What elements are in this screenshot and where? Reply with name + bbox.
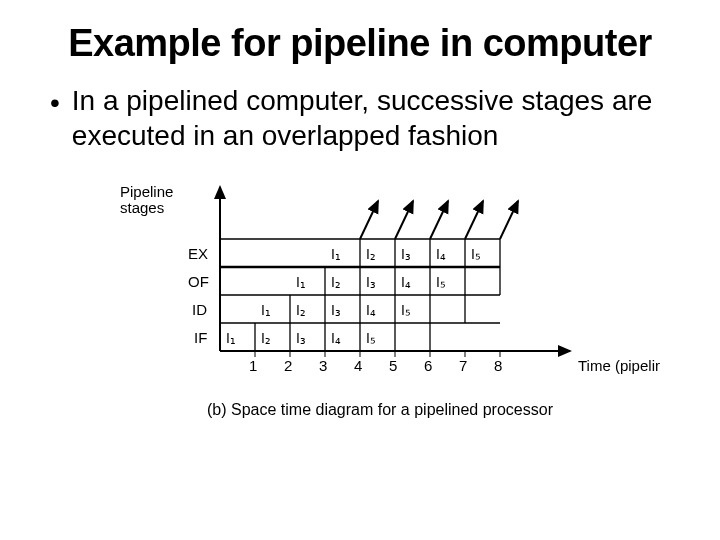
svg-line-17 bbox=[395, 201, 413, 239]
stage-label: ID bbox=[192, 301, 207, 318]
cell: I₃ bbox=[296, 330, 306, 346]
bullet-item: • In a pipelined computer, successive st… bbox=[50, 83, 680, 153]
svg-line-20 bbox=[500, 201, 518, 239]
cycle-label: 2 bbox=[284, 357, 292, 374]
cell: I₁ bbox=[296, 274, 306, 290]
pipeline-diagram: Pipeline stages Time (pipeline cycle) bbox=[100, 179, 660, 469]
cell: I₄ bbox=[401, 274, 411, 290]
stage-label: IF bbox=[194, 329, 207, 346]
cycle-label: 6 bbox=[424, 357, 432, 374]
cell: I₅ bbox=[471, 246, 481, 262]
cell: I₄ bbox=[436, 246, 446, 262]
cycle-label: 5 bbox=[389, 357, 397, 374]
cell: I₄ bbox=[331, 330, 341, 346]
diagram-svg: Pipeline stages Time (pipeline cycle) bbox=[100, 179, 660, 439]
cell: I₃ bbox=[366, 274, 376, 290]
cell: I₃ bbox=[401, 246, 411, 262]
cell: I₄ bbox=[366, 302, 376, 318]
cell: I₅ bbox=[401, 302, 411, 318]
cell: I₂ bbox=[261, 330, 271, 346]
cell: I₂ bbox=[366, 246, 376, 262]
cycle-label: 7 bbox=[459, 357, 467, 374]
cycle-label: 3 bbox=[319, 357, 327, 374]
stage-label: OF bbox=[188, 273, 209, 290]
cell: I₅ bbox=[436, 274, 446, 290]
cycle-label: 4 bbox=[354, 357, 362, 374]
cell: I₁ bbox=[331, 246, 341, 262]
cycle-label: 1 bbox=[249, 357, 257, 374]
stage-label: EX bbox=[188, 245, 208, 262]
cell: I₃ bbox=[331, 302, 341, 318]
bullet-dot: • bbox=[50, 85, 60, 120]
cell: I₂ bbox=[331, 274, 341, 290]
diagram-caption: (b) Space time diagram for a pipelined p… bbox=[100, 401, 660, 419]
cycle-label: 8 bbox=[494, 357, 502, 374]
slide: Example for pipeline in computer • In a … bbox=[0, 0, 720, 540]
svg-line-18 bbox=[430, 201, 448, 239]
slide-title: Example for pipeline in computer bbox=[40, 22, 680, 65]
x-axis-label: Time (pipeline cycle) bbox=[578, 357, 660, 374]
svg-line-19 bbox=[465, 201, 483, 239]
cell: I₂ bbox=[296, 302, 306, 318]
cell: I₁ bbox=[261, 302, 271, 318]
y-axis-label: Pipeline stages bbox=[120, 183, 178, 216]
cell: I₅ bbox=[366, 330, 376, 346]
completion-arrows bbox=[360, 201, 518, 239]
cell: I₁ bbox=[226, 330, 236, 346]
svg-line-16 bbox=[360, 201, 378, 239]
bullet-text: In a pipelined computer, successive stag… bbox=[72, 83, 680, 153]
